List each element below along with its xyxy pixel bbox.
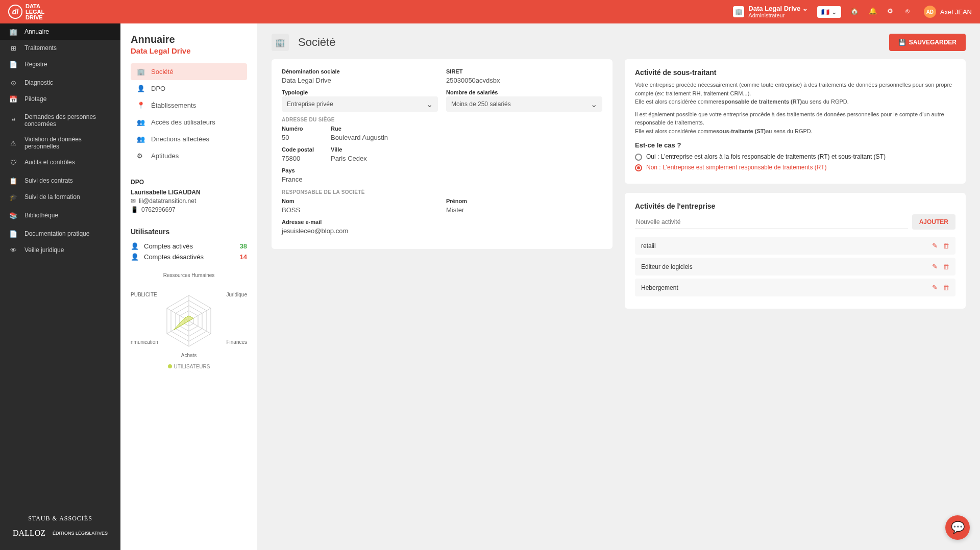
nav-icon: 📅 xyxy=(9,95,17,103)
user-avatar[interactable]: AD xyxy=(924,6,936,18)
sub-nav-item[interactable]: 👥Accès des utilisateurs xyxy=(131,114,247,131)
radio-option-yes[interactable]: Oui : L'entreprise est alors à la fois r… xyxy=(635,153,955,161)
sub-nav-icon: 👥 xyxy=(137,135,145,143)
org-badge-icon: 🏢 xyxy=(733,6,744,17)
nav-item[interactable]: ❝Demandes des personnes concernées xyxy=(0,109,120,132)
brand-text: LEGAL xyxy=(26,9,44,15)
exit-icon[interactable]: ⎋ xyxy=(905,7,915,16)
field-value[interactable]: Paris Cedex xyxy=(331,154,602,163)
field-value[interactable]: 50 xyxy=(282,133,323,142)
radio-option-no[interactable]: Non : L'entreprise est simplement respon… xyxy=(635,164,955,171)
radar-axis-label: Ressources Humaines xyxy=(163,272,215,278)
edit-icon[interactable]: ✎ xyxy=(932,242,938,249)
radio-label: Oui : L'entreprise est alors à la fois r… xyxy=(646,153,886,160)
employees-select[interactable]: Moins de 250 salariés xyxy=(446,96,602,112)
users-deactivated-label: Comptes désactivés xyxy=(144,253,204,261)
activity-row: Hebergement✎🗑 xyxy=(635,279,955,296)
language-selector[interactable]: 🇫🇷 ⌄ xyxy=(817,6,841,18)
org-selector[interactable]: Data Legal Drive ⌄ Administrateur xyxy=(748,5,808,19)
nav-icon: ⊞ xyxy=(9,44,17,52)
sub-nav-item[interactable]: 🏢Société xyxy=(131,63,247,80)
sponsor-logos: STAUB & ASSOCIÉS DALLOZ ÉDITIONS LÉGISLA… xyxy=(0,503,120,550)
nav-item[interactable]: 👁Veille juridique xyxy=(0,242,120,258)
field-value[interactable]: Boulevard Augustin xyxy=(331,133,602,142)
nav-item[interactable]: 🎓Suivi de la formation xyxy=(0,189,120,205)
field-label: Code postal xyxy=(282,146,323,153)
company-details-card: Dénomination socialeData Legal Drive SIR… xyxy=(272,59,612,249)
brand-logo: dl DATA LEGAL DRIVE xyxy=(8,4,44,20)
nav-item[interactable]: 📅Pilotage xyxy=(0,91,120,107)
sub-nav-icon: 📍 xyxy=(137,102,145,109)
nav-item[interactable]: ⊙Diagnostic xyxy=(0,74,120,91)
activities-card: Activités de l'entreprise AJOUTER retaii… xyxy=(625,193,966,309)
field-label: Nom xyxy=(282,198,438,204)
delete-icon[interactable]: 🗑 xyxy=(943,284,949,291)
nav-label: Pilotage xyxy=(24,95,46,103)
nav-icon: ⚠ xyxy=(9,139,17,147)
bell-icon[interactable]: 🔔 xyxy=(869,7,878,16)
typologie-select[interactable]: Entreprise privée xyxy=(282,96,438,112)
users-activated-count: 38 xyxy=(240,242,247,250)
nav-item[interactable]: 📋Suivi des contrats xyxy=(0,172,120,189)
dpo-phone: 0762996697 xyxy=(141,206,176,213)
field-value[interactable]: jesuisleceo@blop.com xyxy=(282,226,602,236)
nav-item[interactable]: ⊞Traitements xyxy=(0,40,120,56)
field-value[interactable]: 25030050acvdsbx xyxy=(446,76,602,85)
sub-nav-item[interactable]: 📍Établissements xyxy=(131,97,247,114)
delete-icon[interactable]: 🗑 xyxy=(943,263,949,270)
field-value[interactable]: France xyxy=(282,174,602,184)
app-header: dl DATA LEGAL DRIVE 🏢 Data Legal Drive ⌄… xyxy=(0,0,980,23)
nav-item[interactable]: 🛡Audits et contrôles xyxy=(0,154,120,170)
nav-item[interactable]: 🏢Annuaire xyxy=(0,23,120,40)
nav-item[interactable]: ⚠Violation de données personnelles xyxy=(0,132,120,154)
field-label: Adresse e-mail xyxy=(282,219,602,225)
sub-nav-label: Établissements xyxy=(151,102,196,109)
field-value[interactable]: Mister xyxy=(446,205,602,215)
nav-icon: ⊙ xyxy=(9,79,17,87)
dpo-label: DPO xyxy=(131,179,247,186)
user-inactive-icon: 👤 xyxy=(131,253,139,261)
chat-fab[interactable]: 💬 xyxy=(945,515,970,540)
sub-nav-icon: 👥 xyxy=(137,118,145,126)
nav-label: Suivi de la formation xyxy=(24,193,80,201)
sub-nav-item[interactable]: ⚙Aptitudes xyxy=(131,147,247,164)
question-label: Est-ce le cas ? xyxy=(635,141,955,149)
nav-label: Annuaire xyxy=(24,28,49,35)
edit-icon[interactable]: ✎ xyxy=(932,284,938,291)
dpo-name: Laurisabelle LIGAUDAN xyxy=(131,189,247,196)
delete-icon[interactable]: 🗑 xyxy=(943,242,949,249)
context-panel: Annuaire Data Legal Drive 🏢Société👤DPO📍É… xyxy=(120,23,257,550)
sub-nav-item[interactable]: 👤DPO xyxy=(131,80,247,97)
field-value[interactable]: 75800 xyxy=(282,154,323,163)
sub-nav-icon: 👤 xyxy=(137,85,145,92)
brand-icon: dl xyxy=(8,5,22,19)
brand-text: DRIVE xyxy=(26,15,44,20)
nav-item[interactable]: 📚Bibliothèque xyxy=(0,207,120,223)
field-label: Nombre de salariés xyxy=(446,89,602,95)
main-sidebar: 🏢Annuaire⊞Traitements📄Registre⊙Diagnosti… xyxy=(0,23,120,550)
gear-icon[interactable]: ⚙ xyxy=(887,7,896,16)
sub-nav-icon: ⚙ xyxy=(137,152,145,160)
field-value[interactable]: Data Legal Drive xyxy=(282,76,438,85)
save-button[interactable]: 💾SAUVEGARDER xyxy=(889,34,966,51)
nav-icon: 👁 xyxy=(9,246,17,254)
info-text: Elle est alors considérée comme xyxy=(635,128,716,134)
field-label: SIRET xyxy=(446,68,602,74)
nav-icon: 📄 xyxy=(9,230,17,238)
users-title: Utilisateurs xyxy=(131,228,247,236)
field-value[interactable]: BOSS xyxy=(282,205,438,215)
nav-icon: 📚 xyxy=(9,211,17,219)
new-activity-input[interactable] xyxy=(635,215,908,229)
nav-label: Documentation pratique xyxy=(24,230,89,237)
radio-icon xyxy=(635,164,642,171)
dpo-email: lil@datatransition.net xyxy=(139,197,196,205)
add-activity-button[interactable]: AJOUTER xyxy=(912,214,955,230)
sub-nav-item[interactable]: 👥Directions affectées xyxy=(131,131,247,147)
nav-label: Veille juridique xyxy=(24,246,64,254)
nav-label: Diagnostic xyxy=(24,79,53,86)
nav-item[interactable]: 📄Documentation pratique xyxy=(0,226,120,242)
save-label: SAUVEGARDER xyxy=(909,39,957,46)
nav-item[interactable]: 📄Registre xyxy=(0,56,120,72)
edit-icon[interactable]: ✎ xyxy=(932,263,938,270)
home-icon[interactable]: 🏠 xyxy=(850,7,860,16)
